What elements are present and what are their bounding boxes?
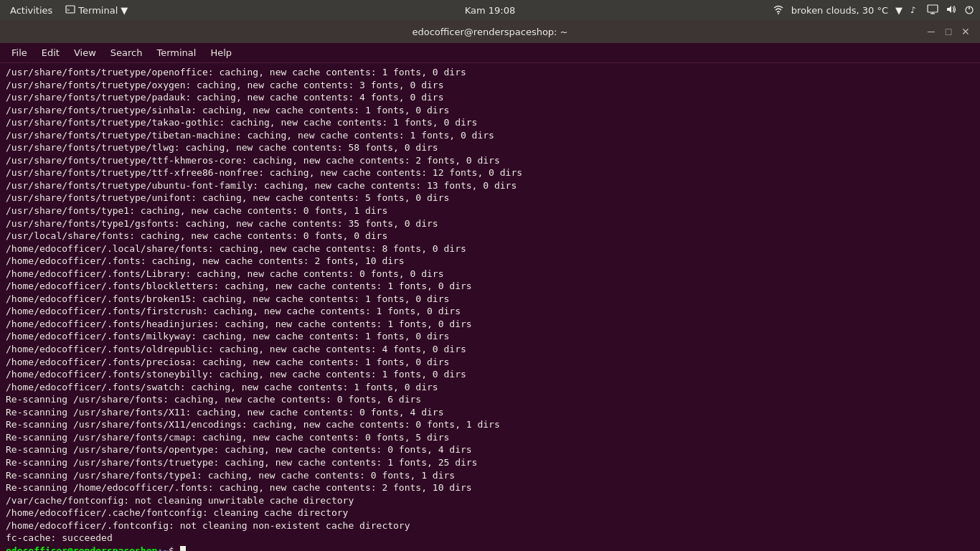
terminal-output-line: /var/cache/fontconfig: not cleaning unwr… [6,494,974,507]
terminal-output-line: /usr/local/share/fonts: caching, new cac… [6,230,974,242]
terminal-output-line: /usr/share/fonts/type1: caching, new cac… [6,204,974,217]
terminal-output-line: /home/edocofficer/.fonts/blockletters: c… [6,280,974,293]
maximize-button[interactable]: □ [943,26,954,37]
terminal-output-line: Re-scanning /home/edocofficer/.fonts: ca… [6,481,974,494]
menu-item-terminal[interactable]: Terminal [151,46,202,60]
terminal-label: Terminal [78,5,118,16]
terminal-output-line: /home/edocofficer/.fonts/firstcrush: cac… [6,305,974,318]
terminal-output-line: /usr/share/fonts/truetype/openoffice: ca… [6,66,974,79]
svg-text:>_: >_ [67,7,73,13]
terminal-output-line: /usr/share/fonts/truetype/takao-gothic: … [6,116,974,129]
terminal-output-line: /usr/share/fonts/truetype/padauk: cachin… [6,91,974,104]
display-icon[interactable] [927,4,938,17]
terminal-output-line: /home/edocofficer/.local/share/fonts: ca… [6,242,974,255]
terminal-title: edocofficer@renderspaceshop: ~ [412,27,567,37]
terminal-output-line: /home/edocofficer/.fonts/milkyway: cachi… [6,330,974,343]
terminal-output-line: /home/edocofficer/.fonts/oldrepublic: ca… [6,343,974,356]
terminal-output-line: /usr/share/fonts/truetype/oxygen: cachin… [6,79,974,92]
window-controls: ─ □ ✕ [925,26,971,37]
close-button[interactable]: ✕ [960,26,971,37]
terminal-prompt-line[interactable]: edocofficer@renderspaceshop:~$ [6,545,974,551]
wifi-icon [773,4,784,15]
terminal-output-line: /home/edocofficer/.cache/fontconfig: cle… [6,507,974,519]
menu-item-view[interactable]: View [68,46,102,60]
menu-item-file[interactable]: File [6,46,33,60]
topbar-right: broken clouds, 30 °C ▼ ♪ [773,4,974,17]
terminal-output-line: /home/edocofficer/.fonts/broken15: cachi… [6,293,974,306]
terminal-output-line: Re-scanning /usr/share/fonts/X11: cachin… [6,406,974,419]
terminal-content[interactable]: /usr/share/fonts/truetype/openoffice: ca… [0,63,980,551]
terminal-output-line: Re-scanning /usr/share/fonts/X11/encodin… [6,418,974,431]
topbar-left: Activities >_ Terminal ▼ [6,4,128,17]
topbar-datetime: Kam 19:08 [465,5,516,16]
terminal-output-line: /usr/share/fonts/truetype/tibetan-machin… [6,129,974,142]
svg-rect-4 [928,5,938,12]
terminal-app-menu[interactable]: >_ Terminal ▼ [65,5,128,16]
music-icon[interactable]: ♪ [910,4,920,17]
terminal-output-line: /home/edocofficer/.fonts: caching, new c… [6,255,974,268]
terminal-output-line: /usr/share/fonts/type1/gsfonts: caching,… [6,217,974,230]
terminal-output-line: Re-scanning /usr/share/fonts/opentype: c… [6,443,974,456]
terminal-output-line: /usr/share/fonts/truetype/unifont: cachi… [6,192,974,204]
terminal-output-line: /home/edocofficer/.fonts/preciosa: cachi… [6,356,974,369]
svg-marker-7 [947,6,951,13]
menu-item-edit[interactable]: Edit [36,46,65,60]
terminal-output-line: /usr/share/fonts/truetype/ubuntu-font-fa… [6,179,974,192]
terminal-output-line: /usr/share/fonts/truetype/ttf-khmeros-co… [6,154,974,167]
terminal-output-line: /home/edocofficer/.fonts/headinjuries: c… [6,318,974,331]
minimize-button[interactable]: ─ [925,26,937,37]
terminal-window: edocofficer@renderspaceshop: ~ ─ □ ✕ Fil… [0,20,980,551]
terminal-menubar: FileEditViewSearchTerminalHelp [0,43,980,63]
power-button-icon [964,4,974,14]
prompt-dollar: $ [169,545,180,551]
activities-button[interactable]: Activities [6,4,57,17]
terminal-output-line: Re-scanning /usr/share/fonts/truetype: c… [6,456,974,469]
power-icon[interactable] [964,4,974,17]
terminal-output-line: /home/edocofficer/.fontconfig: not clean… [6,519,974,532]
terminal-output-line: /home/edocofficer/.fonts/Library: cachin… [6,268,974,281]
weather-icon [773,4,784,17]
terminal-output-line: /usr/share/fonts/truetype/tlwg: caching,… [6,141,974,154]
terminal-output-line: fc-cache: succeeded [6,532,974,545]
terminal-output-line: Re-scanning /usr/share/fonts: caching, n… [6,393,974,406]
system-topbar: Activities >_ Terminal ▼ Kam 19:08 broke… [0,0,980,20]
music-note-icon: ♪ [910,4,920,14]
prompt-path: :~ [157,545,169,551]
terminal-dropdown-icon: ▼ [121,5,128,16]
terminal-output-line: Re-scanning /usr/share/fonts/type1: cach… [6,469,974,482]
terminal-cursor [180,546,186,551]
volume-icon[interactable] [946,4,957,17]
svg-text:♪: ♪ [910,5,916,14]
weather-text[interactable]: broken clouds, 30 °C [791,5,888,16]
terminal-titlebar: edocofficer@renderspaceshop: ~ ─ □ ✕ [0,20,980,43]
terminal-icon: >_ [65,5,75,15]
terminal-output-line: /usr/share/fonts/truetype/ttf-xfree86-no… [6,166,974,179]
monitor-icon [927,4,938,14]
prompt-user: edocofficer@renderspaceshop [6,545,157,551]
menu-item-search[interactable]: Search [105,46,149,60]
terminal-output-line: /home/edocofficer/.fonts/swatch: caching… [6,381,974,394]
terminal-output-line: /home/edocofficer/.fonts/stoneybilly: ca… [6,368,974,381]
terminal-output-line: Re-scanning /usr/share/fonts/cmap: cachi… [6,431,974,444]
svg-point-2 [778,13,779,14]
topbar-arrow-icon: ▼ [895,5,903,16]
terminal-output-line: /usr/share/fonts/truetype/sinhala: cachi… [6,104,974,117]
menu-item-help[interactable]: Help [204,46,237,60]
speaker-icon [946,4,957,14]
